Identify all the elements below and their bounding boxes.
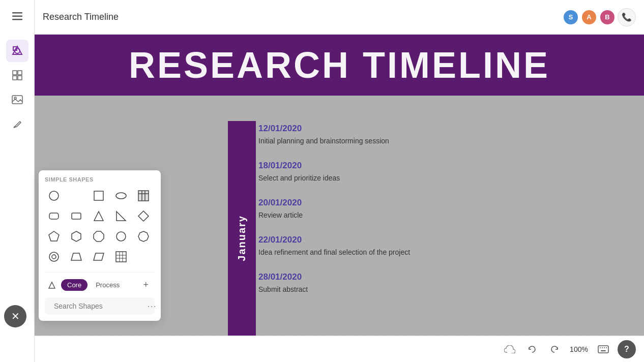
table-shape[interactable] — [134, 187, 153, 205]
help-button[interactable]: ? — [618, 340, 636, 358]
avatar-3: B — [599, 9, 616, 25]
svg-rect-34 — [116, 252, 126, 262]
close-icon: ✕ — [11, 310, 20, 322]
event-1: 12/01/2020 Initial planning and brainsto… — [258, 124, 503, 146]
keyboard-button[interactable] — [595, 341, 611, 357]
shapes-panel: SIMPLE SHAPES — [39, 170, 161, 321]
doc-title: Research Timeline — [43, 12, 557, 22]
right-triangle-shape[interactable] — [112, 207, 130, 225]
parallelogram-shape[interactable] — [90, 248, 108, 266]
svg-marker-22 — [94, 212, 103, 221]
svg-marker-33 — [94, 253, 104, 260]
svg-marker-29 — [138, 231, 149, 242]
core-tab[interactable]: Core — [61, 279, 87, 291]
avatar-1: S — [563, 9, 579, 25]
svg-rect-1 — [12, 16, 22, 17]
search-shapes-container: ⋯ — [45, 297, 155, 315]
svg-rect-21 — [72, 213, 81, 219]
event-2-date: 18/01/2020 — [258, 161, 503, 171]
shapes-section-label: SIMPLE SHAPES — [45, 176, 155, 183]
process-tab[interactable]: Process — [90, 279, 126, 291]
zoom-level: 100% — [569, 345, 589, 353]
svg-marker-24 — [138, 211, 149, 221]
timeline-title: RESEARCH TIMELINE — [129, 44, 550, 86]
svg-marker-23 — [116, 212, 126, 221]
svg-marker-27 — [94, 231, 104, 242]
svg-point-15 — [116, 193, 126, 199]
event-4: 22/01/2020 Idea refinement and final sel… — [258, 235, 503, 258]
event-5: 28/01/2020 Submit abstract — [258, 272, 503, 295]
rounded-rect-shape[interactable] — [45, 207, 63, 225]
timeline-banner: RESEARCH TIMELINE — [35, 35, 644, 96]
square-shape[interactable] — [90, 187, 108, 205]
svg-rect-0 — [12, 12, 22, 14]
fab-close-button[interactable]: ✕ — [4, 305, 26, 327]
january-column: January — [228, 121, 256, 355]
shapes-tool-button[interactable] — [6, 40, 28, 62]
rounded-rect2-shape[interactable] — [67, 207, 85, 225]
search-shapes-input[interactable] — [54, 302, 143, 310]
svg-rect-9 — [18, 76, 22, 80]
svg-marker-26 — [72, 231, 81, 242]
timeline-events: 12/01/2020 Initial planning and brainsto… — [258, 124, 503, 309]
svg-rect-6 — [13, 71, 17, 75]
svg-rect-41 — [598, 346, 608, 353]
circle2-shape[interactable] — [112, 227, 130, 246]
top-bar: Research Timeline S A B 📞 — [35, 0, 644, 35]
search-more-icon[interactable]: ⋯ — [147, 300, 156, 312]
svg-point-31 — [52, 255, 56, 259]
crescent-shape[interactable] — [67, 187, 85, 205]
svg-marker-32 — [71, 253, 81, 260]
redo-button[interactable] — [546, 341, 563, 357]
svg-rect-7 — [18, 71, 22, 75]
shapes-grid — [45, 187, 155, 266]
help-icon: ? — [624, 345, 629, 354]
oval-shape[interactable] — [112, 187, 130, 205]
pentagon-shape[interactable] — [45, 227, 63, 246]
octagon-shape[interactable] — [90, 227, 108, 246]
avatar-2: A — [581, 9, 597, 25]
donut-shape[interactable] — [45, 248, 63, 266]
call-button[interactable]: 📞 — [618, 8, 636, 26]
svg-rect-20 — [49, 213, 58, 219]
event-2-desc: Select and prioritize ideas — [258, 173, 503, 184]
january-label: January — [236, 215, 248, 261]
diamond-shape[interactable] — [134, 207, 153, 225]
cloud-save-button[interactable] — [502, 341, 518, 357]
svg-point-28 — [116, 232, 126, 241]
event-1-desc: Initial planning and brainstorming sessi… — [258, 136, 503, 146]
event-5-date: 28/01/2020 — [258, 272, 503, 282]
trapezoid-shape[interactable] — [67, 248, 85, 266]
triangle-shape[interactable] — [90, 207, 108, 225]
event-3-date: 20/01/2020 — [258, 198, 503, 208]
event-3: 20/01/2020 Review article — [258, 198, 503, 221]
svg-marker-25 — [49, 231, 59, 241]
bottom-bar: 100% ? — [35, 336, 644, 362]
grid-table-shape[interactable] — [112, 248, 130, 266]
hexagon-shape[interactable] — [67, 227, 85, 246]
shape-tabs: Core Process + — [45, 272, 155, 292]
svg-rect-14 — [94, 191, 103, 200]
svg-rect-2 — [12, 19, 22, 20]
undo-button[interactable] — [524, 341, 540, 357]
grid-tool-button[interactable] — [6, 64, 28, 86]
svg-point-13 — [49, 191, 58, 200]
svg-rect-16 — [138, 191, 149, 201]
decagon-shape[interactable] — [134, 227, 153, 246]
add-tab-button[interactable]: + — [137, 278, 155, 292]
event-1-date: 12/01/2020 — [258, 124, 503, 134]
event-2: 18/01/2020 Select and prioritize ideas — [258, 161, 503, 184]
svg-point-30 — [49, 252, 58, 261]
circle-shape[interactable] — [45, 187, 63, 205]
event-4-desc: Idea refinement and final selection of t… — [258, 247, 503, 258]
event-4-date: 22/01/2020 — [258, 235, 503, 245]
event-5-desc: Submit abstract — [258, 284, 503, 295]
event-3-desc: Review article — [258, 210, 503, 221]
shapes-tab-icon[interactable] — [45, 278, 59, 292]
menu-button[interactable] — [6, 5, 28, 27]
draw-tool-button[interactable] — [6, 113, 28, 135]
collaborators: S A B 📞 — [563, 8, 636, 26]
svg-rect-8 — [13, 76, 17, 80]
image-tool-button[interactable] — [6, 88, 28, 111]
